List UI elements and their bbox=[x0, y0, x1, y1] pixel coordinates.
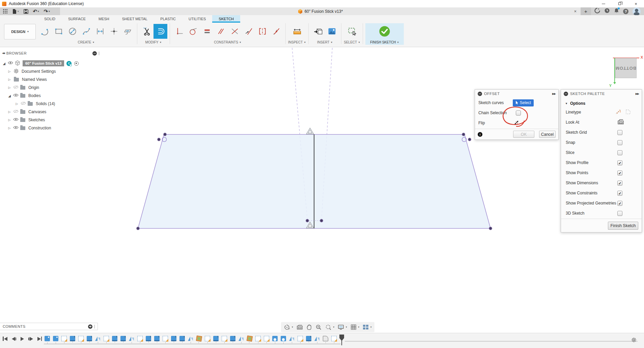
options-section-header[interactable]: ▼Options bbox=[561, 98, 642, 106]
root-document-label[interactable]: 60" Fusion Stick v13 bbox=[23, 60, 64, 66]
save-icon[interactable] bbox=[22, 7, 30, 15]
job-status-clock-icon[interactable] bbox=[604, 8, 610, 15]
timeline-mirror-feature[interactable] bbox=[129, 336, 134, 341]
tab-utilities[interactable]: UTILITIES bbox=[182, 15, 212, 23]
timeline-sketch-feature[interactable] bbox=[78, 336, 84, 341]
eye-icon[interactable] bbox=[13, 126, 19, 130]
redo-icon[interactable]: ↷▾ bbox=[42, 7, 52, 15]
cancel-button[interactable]: Cancel bbox=[539, 131, 556, 138]
collapse-circle-icon[interactable] bbox=[92, 51, 97, 56]
show-dimensions-checkbox[interactable]: ✓ bbox=[617, 181, 622, 186]
tab-surface[interactable]: SURFACE bbox=[62, 15, 92, 23]
activate-radio-icon[interactable] bbox=[74, 61, 79, 66]
collinear-constraint-tool[interactable] bbox=[228, 24, 242, 39]
timeline-image-feature[interactable] bbox=[45, 336, 50, 341]
play-button[interactable] bbox=[21, 337, 24, 341]
timeline-extrude-feature[interactable] bbox=[306, 336, 311, 341]
select-curves-button[interactable]: Select bbox=[513, 99, 534, 106]
sketch-grid-checkbox[interactable] bbox=[617, 130, 622, 135]
eye-icon[interactable] bbox=[13, 118, 19, 122]
display-settings-icon[interactable]: ▾ bbox=[338, 324, 347, 330]
tab-solid[interactable]: SOLID bbox=[38, 15, 62, 23]
timeline-image-feature[interactable] bbox=[53, 336, 58, 341]
browser-row-construction[interactable]: ▷ Construction bbox=[0, 124, 101, 132]
timeline-sketch-feature[interactable] bbox=[222, 336, 227, 341]
spline-tool[interactable] bbox=[79, 24, 93, 39]
app-grid-icon[interactable] bbox=[1, 7, 9, 15]
restore-button[interactable] bbox=[612, 0, 628, 7]
close-button[interactable]: × bbox=[628, 0, 644, 7]
timeline-settings-gear-icon[interactable] bbox=[631, 337, 637, 344]
browser-row-document-settings[interactable]: ▷ Document Settings bbox=[0, 67, 101, 75]
tab-plastic[interactable]: PLASTIC bbox=[154, 15, 182, 23]
construction-linetype-icon[interactable] bbox=[615, 109, 622, 116]
timeline-extrude-feature[interactable] bbox=[230, 336, 235, 341]
timeline-hole-feature[interactable] bbox=[281, 336, 286, 341]
modify-group-label[interactable]: MODIFY▼ bbox=[145, 39, 162, 45]
timeline-mirror-feature[interactable] bbox=[95, 336, 101, 341]
pan-icon[interactable] bbox=[306, 324, 312, 330]
select-tool[interactable] bbox=[345, 24, 359, 39]
workspace-selector[interactable]: DESIGN▾ bbox=[4, 24, 36, 39]
new-tab-button[interactable]: + bbox=[581, 7, 591, 15]
slice-checkbox[interactable] bbox=[617, 150, 622, 155]
browser-row-origin[interactable]: ▷ Origin bbox=[0, 84, 101, 92]
select-group-label[interactable]: SELECT▼ bbox=[344, 39, 360, 45]
timeline-extrude-feature[interactable] bbox=[213, 336, 219, 341]
eye-icon[interactable] bbox=[13, 93, 19, 98]
browser-row-sketches[interactable]: ▷ Sketches bbox=[0, 116, 101, 124]
timeline-sketch-feature[interactable] bbox=[264, 336, 269, 341]
finish-sketch-group-label[interactable]: FINISH SKETCH▼ bbox=[370, 39, 399, 45]
extensions-icon[interactable] bbox=[594, 8, 600, 15]
collapse-panel-icon[interactable]: ◀◀ bbox=[2, 52, 4, 55]
look-at-view-icon[interactable] bbox=[297, 325, 303, 330]
point-tool[interactable] bbox=[107, 24, 121, 39]
browser-row-bodies[interactable]: ◢ Bodies bbox=[0, 92, 101, 100]
timeline-mirror-feature[interactable] bbox=[314, 336, 320, 341]
finish-sketch-palette-button[interactable]: Finish Sketch bbox=[608, 222, 638, 230]
flip-icon[interactable] bbox=[513, 120, 520, 127]
grid-snap-icon[interactable]: ▾ bbox=[351, 324, 360, 330]
timeline-extrude-feature[interactable] bbox=[87, 336, 92, 341]
rectangle-tool[interactable] bbox=[52, 24, 65, 39]
timeline-sketch-feature[interactable] bbox=[205, 336, 210, 341]
panel-grip[interactable] bbox=[99, 52, 99, 55]
profile-avatar[interactable] bbox=[633, 7, 641, 15]
minimize-button[interactable] bbox=[595, 0, 612, 7]
timeline-mirror-feature[interactable] bbox=[289, 336, 295, 341]
equal-constraint-tool[interactable] bbox=[200, 24, 214, 39]
3d-sketch-checkbox[interactable] bbox=[617, 211, 622, 216]
collapse-palette-icon[interactable] bbox=[564, 92, 568, 96]
add-comment-icon[interactable] bbox=[88, 324, 92, 329]
constraints-group-label[interactable]: CONSTRAINTS▼ bbox=[214, 39, 242, 45]
browser-row-solids[interactable]: ▷ Solids (14) bbox=[0, 100, 101, 108]
timeline-fillet-feature[interactable] bbox=[323, 336, 328, 341]
timeline-sketch-feature[interactable] bbox=[61, 336, 67, 341]
timeline-extrude-feature[interactable] bbox=[120, 336, 126, 341]
timeline-extrude-feature[interactable] bbox=[179, 336, 185, 341]
timeline-sketch-feature[interactable] bbox=[298, 336, 303, 341]
show-profile-checkbox[interactable]: ✓ bbox=[617, 160, 622, 165]
collapse-dialog-icon[interactable] bbox=[478, 92, 482, 96]
symmetry-constraint-tool[interactable] bbox=[255, 24, 269, 39]
timeline-plane-feature[interactable] bbox=[196, 336, 202, 342]
document-tab[interactable]: 60" Fusion Stick v13* × bbox=[60, 7, 581, 15]
circle-tool[interactable] bbox=[65, 24, 79, 39]
go-to-end-button[interactable] bbox=[37, 337, 42, 341]
project-tool[interactable] bbox=[121, 24, 135, 39]
tangent-constraint-tool[interactable] bbox=[186, 24, 200, 39]
timeline-extrude-feature[interactable] bbox=[112, 336, 117, 341]
look-at-icon[interactable] bbox=[617, 119, 624, 126]
timeline-extrude-feature[interactable] bbox=[154, 336, 160, 341]
expand-palette-icon[interactable]: ▶▶ bbox=[636, 92, 639, 95]
ok-button[interactable]: OK bbox=[513, 131, 534, 138]
insert-image-tool[interactable] bbox=[325, 24, 339, 39]
insert-derive-tool[interactable] bbox=[311, 24, 325, 39]
info-icon[interactable]: i bbox=[478, 132, 482, 137]
show-points-checkbox[interactable]: ✓ bbox=[617, 170, 622, 176]
eye-off-icon[interactable] bbox=[13, 85, 19, 90]
timeline-sketch-feature[interactable] bbox=[104, 336, 109, 341]
coincident-constraint-tool[interactable] bbox=[242, 24, 255, 39]
offset-dialog-header[interactable]: OFFSET ▶▶ bbox=[475, 90, 558, 98]
show-projected-geometries-checkbox[interactable]: ✓ bbox=[617, 201, 622, 206]
